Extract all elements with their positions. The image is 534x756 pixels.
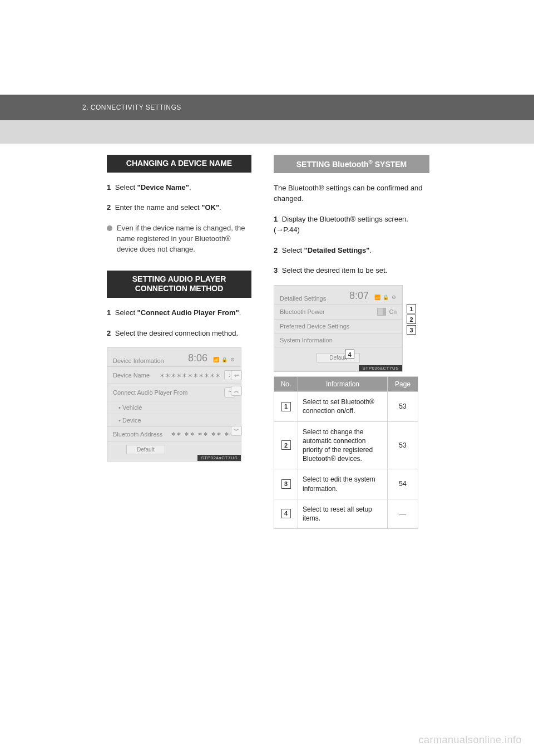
- row-value: ∗∗∗∗∗∗∗∗∗∗∗: [160, 372, 221, 379]
- num-box-icon: 1: [281, 402, 291, 411]
- content-columns: CHANGING A DEVICE NAME 1 Select "Device …: [107, 155, 429, 529]
- cell-info: Select to edit the system information.: [298, 469, 388, 499]
- step-number: 1: [107, 308, 111, 317]
- section-title-setting-bluetooth-system: SETTING Bluetooth® SYSTEM: [274, 155, 429, 173]
- step-trail: .: [189, 183, 191, 192]
- screen-titlebar: Device Information 8:06 📶 🔒 ⚙: [107, 348, 241, 366]
- status-icons: 📶 🔒 ⚙: [213, 357, 235, 364]
- row-bluetooth-power[interactable]: Bluetooth Power On: [274, 304, 402, 319]
- callout-1: 1: [407, 304, 416, 313]
- section-title-audio-connection-method: SETTING AUDIO PLAYER CONNECTION METHOD: [107, 271, 251, 298]
- cell-no: 3: [274, 469, 298, 499]
- toggle-switch-icon: [377, 308, 386, 316]
- step-number: 1: [274, 215, 278, 223]
- bullet-icon: [107, 225, 112, 231]
- step-number: 2: [107, 329, 111, 337]
- option-device[interactable]: Device: [107, 414, 241, 426]
- left-column: CHANGING A DEVICE NAME 1 Select "Device …: [107, 155, 251, 529]
- row-label: Bluetooth Power: [280, 308, 325, 315]
- default-button[interactable]: Default: [126, 445, 165, 454]
- option-vehicle[interactable]: Vehicle: [107, 401, 241, 414]
- step-number: 3: [274, 266, 278, 274]
- step-audio-2: 2 Select the desired connection method.: [107, 328, 251, 339]
- step-bt-3: 3 Select the desired item to be set.: [274, 266, 429, 276]
- col-header-page: Page: [388, 377, 418, 392]
- step-text: Select: [115, 308, 137, 317]
- intro-body: The Bluetooth® settings can be confirmed…: [274, 184, 423, 203]
- step-trail: .: [369, 246, 372, 254]
- title-part1: SETTING Bluetooth: [296, 160, 369, 169]
- step-change-name-2: 2 Enter the name and select "OK".: [107, 203, 251, 213]
- screen-clock: 8:07 📶 🔒 ⚙: [349, 290, 397, 302]
- num-box-icon: 2: [281, 440, 291, 450]
- step-text: Select: [282, 246, 304, 254]
- cell-no: 2: [274, 421, 298, 469]
- cell-no: 4: [274, 499, 298, 528]
- step-quoted: "Connect Audio Player From": [137, 308, 239, 317]
- col-header-info: Information: [298, 377, 388, 392]
- intro-text: The Bluetooth® settings can be confirmed…: [274, 183, 429, 204]
- toggle-state: On: [389, 309, 397, 315]
- side-controls: ↩ ︽ ︾: [231, 370, 242, 436]
- cell-no: 1: [274, 392, 298, 421]
- screen-title: Device Information: [113, 357, 164, 364]
- information-text: Even if the device name is changed, the …: [117, 223, 251, 255]
- row-connect-audio-from[interactable]: Connect Audio Player From ⌃: [107, 384, 241, 401]
- table-row: 4 Select to reset all setup items. —: [274, 499, 418, 528]
- information-note: Even if the device name is changed, the …: [107, 223, 251, 255]
- step-text: Select the desired connection method.: [115, 329, 238, 337]
- double-chevron-up-icon[interactable]: ︽: [231, 386, 242, 396]
- page: 2. CONNECTIVITY SETTINGS CHANGING A DEVI…: [0, 0, 534, 756]
- row-label: System Information: [280, 337, 333, 343]
- step-bt-1: 1 Display the Bluetooth® settings screen…: [274, 214, 429, 235]
- row-device-name[interactable]: Device Name ∗∗∗∗∗∗∗∗∗∗∗ ›: [107, 366, 241, 384]
- step-audio-1: 1 Select "Connect Audio Player From".: [107, 308, 251, 318]
- screen-clock: 8:06 📶 🔒 ⚙: [188, 352, 235, 364]
- step-number: 1: [107, 183, 111, 192]
- status-icons: 📶 🔒 ⚙: [374, 294, 397, 302]
- cell-info: Select to set Bluetooth® connection on/o…: [298, 392, 388, 421]
- callout-3: 3: [407, 325, 416, 335]
- detailed-settings-screen: Detailed Settings 8:07 📶 🔒 ⚙ Bluetooth P…: [274, 285, 403, 372]
- cell-page: 54: [388, 469, 418, 499]
- table-row: 2 Select to change the automatic connect…: [274, 421, 418, 469]
- right-column: SETTING Bluetooth® SYSTEM The Bluetooth®…: [274, 155, 429, 529]
- row-label: Preferred Device Settings: [280, 323, 349, 330]
- double-chevron-down-icon[interactable]: ︾: [231, 426, 242, 436]
- screen-time-text: 8:06: [188, 352, 207, 364]
- breadcrumb: 2. CONNECTIVITY SETTINGS: [82, 104, 181, 111]
- section-title-change-device-name: CHANGING A DEVICE NAME: [107, 155, 251, 173]
- title-part2: SYSTEM: [373, 160, 407, 169]
- step-quoted: "Detailed Settings": [304, 246, 370, 254]
- step-text: Enter the name and select: [115, 203, 201, 212]
- screenshot-id: STP024aCT7US: [197, 455, 241, 461]
- row-label: Bluetooth Address: [113, 431, 162, 438]
- step-trail: .: [219, 203, 221, 212]
- step-text: Select the desired item to be set.: [282, 266, 387, 274]
- screen-titlebar: Detailed Settings 8:07 📶 🔒 ⚙: [274, 286, 402, 304]
- info-table-header-row: No. Information Page: [274, 377, 418, 392]
- num-box-icon: 4: [281, 509, 291, 518]
- step-quoted: "OK": [201, 203, 219, 212]
- row-system-information[interactable]: System Information: [274, 333, 402, 347]
- row-preferred-device-settings[interactable]: Preferred Device Settings: [274, 319, 402, 333]
- callout-2: 2: [407, 315, 416, 324]
- step-number: 2: [107, 203, 111, 212]
- row-label: Device Name: [113, 372, 150, 379]
- back-icon[interactable]: ↩: [231, 370, 242, 380]
- step-number: 2: [274, 246, 278, 254]
- step-text: Select: [115, 183, 137, 192]
- row-label: Connect Audio Player From: [113, 389, 188, 396]
- header-band: 2. CONNECTIVITY SETTINGS: [0, 95, 534, 120]
- step-bt-2: 2 Select "Detailed Settings".: [274, 246, 429, 256]
- row-value-group: ∗∗∗∗∗∗∗∗∗∗∗ ›: [160, 370, 235, 380]
- cell-info: Select to reset all setup items.: [298, 499, 388, 528]
- bluetooth-power-toggle[interactable]: On: [377, 308, 397, 316]
- callout-4: 4: [345, 350, 354, 359]
- step-quoted: "Device Name": [137, 183, 189, 192]
- screenshot-id: STP026aCT7US: [359, 365, 402, 371]
- cell-page: 53: [388, 421, 418, 469]
- table-row: 3 Select to edit the system information.…: [274, 469, 418, 499]
- cell-info: Select to change the automatic connectio…: [298, 421, 388, 469]
- watermark: carmanualsonline.info: [418, 734, 522, 746]
